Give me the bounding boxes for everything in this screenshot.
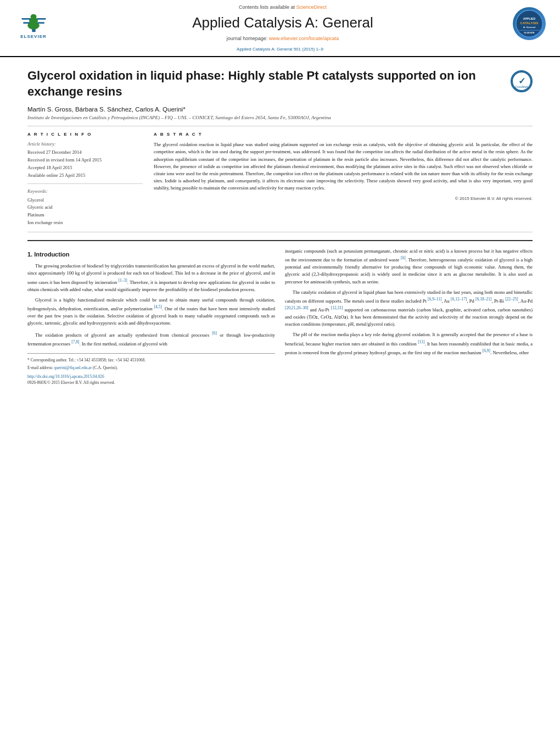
authors: Martín S. Gross, Bárbara S. Sánchez, Car… — [27, 106, 533, 113]
journal-header-top: ELSEVIER Contents lists available at Sci… — [0, 0, 560, 45]
crossmark-badge: ✓ CrossMark — [511, 70, 533, 92]
ref-6-12-17: [6,12–17] — [451, 297, 467, 302]
footer-doi[interactable]: http://dx.doi.org/10.1016/j.apcata.2015.… — [27, 373, 275, 380]
svg-rect-6 — [23, 22, 30, 24]
ref-6-9: [6,9] — [483, 348, 490, 353]
keyword-glyceric-acid: Glyceric acid — [27, 204, 143, 211]
homepage-url[interactable]: www.elsevier.com/locate/apcata — [269, 36, 339, 41]
article-title: Glycerol oxidation in liquid phase: High… — [27, 68, 505, 99]
keyword-glycerol: Glycerol — [27, 197, 143, 204]
title-row: Glycerol oxidation in liquid phase: High… — [27, 68, 533, 106]
catalysis-logo-icon: APPLIED CATALYSIS A: General ELSEVIER — [513, 7, 546, 40]
intro-heading: 1. Introduction — [27, 250, 275, 259]
ref-7-8: [7,8] — [71, 339, 79, 344]
keyword-platinum: Platinum — [27, 211, 143, 219]
main-divider — [27, 240, 533, 241]
elsevier-brand-label: ELSEVIER — [20, 34, 47, 39]
abstract-col: A B S T R A C T The glycerol oxidation r… — [154, 132, 533, 226]
received-revised-date: Received in revised form 14 April 2015 — [27, 157, 143, 164]
svg-text:A: General: A: General — [523, 26, 535, 29]
page-wrapper: ELSEVIER Contents lists available at Sci… — [0, 0, 560, 742]
received-date: Received 27 December 2014 — [27, 149, 143, 156]
intro-para2: Glycerol is a highly functionalized mole… — [27, 297, 275, 327]
ref-1-3: [1–3] — [119, 278, 127, 283]
footnote-email: E-mail address: querini@fiq.unl.edu.ar (… — [27, 365, 275, 371]
ref-11: [11] — [418, 339, 424, 344]
ref-12-31: [12,31] — [331, 305, 343, 310]
affiliation: Instituto de Investigaciones en Catálisi… — [27, 115, 533, 120]
journal-vol-info: Applied Catalysis A: General 501 (2015) … — [0, 45, 560, 52]
svg-rect-7 — [37, 22, 44, 24]
intro-para3: The oxidation products of glycerol are a… — [27, 330, 275, 348]
svg-point-3 — [30, 14, 36, 19]
keyword-ion-exchange: Ion exchange resin — [27, 219, 143, 227]
crossmark-icon: ✓ CrossMark — [512, 71, 531, 91]
abstract-text: The glycerol oxidation reaction in liqui… — [154, 141, 533, 192]
ref-6: [6] — [212, 331, 217, 336]
svg-text:APPLIED: APPLIED — [523, 17, 536, 20]
sciencedirect-link[interactable]: ScienceDirect — [296, 4, 327, 10]
footnote-corresponding: * Corresponding author. Tel.: +54 342 45… — [27, 357, 275, 363]
body-left-col: 1. Introduction The growing production o… — [27, 248, 275, 386]
ref-6b: [6] — [401, 255, 406, 260]
journal-title: Applied Catalysis A: General — [192, 14, 373, 31]
svg-rect-4 — [21, 18, 30, 20]
ref-20-21-26-30: [20,21,26–30] — [285, 305, 309, 310]
svg-text:CATALYSIS: CATALYSIS — [520, 21, 539, 25]
abstract-heading: A B S T R A C T — [154, 132, 533, 137]
ref-6-18-21: [6,18–21] — [475, 297, 491, 302]
keywords-section: Keywords: Glycerol Glyceric acid Platinu… — [27, 188, 143, 226]
body-right-col: inorganic compounds (such as potassium p… — [285, 248, 533, 386]
footnote-section: * Corresponding author. Tel.: +54 342 45… — [27, 353, 275, 386]
intro-para1: The growing production of biodiesel by t… — [27, 263, 275, 293]
accepted-date: Accepted 18 April 2015 — [27, 165, 143, 171]
article-info-col: A R T I C L E I N F O Article history: R… — [27, 132, 143, 226]
svg-text:✓: ✓ — [518, 76, 525, 86]
available-online-date: Available online 25 April 2015 — [27, 172, 143, 179]
right-para2: The catalytic oxidation of glycerol in l… — [285, 289, 533, 328]
elsevier-logo: ELSEVIER — [9, 4, 58, 43]
article-history-label: Article history: — [27, 141, 143, 147]
info-divider — [27, 183, 143, 184]
svg-text:ELSEVIER: ELSEVIER — [524, 31, 534, 34]
elsevier-tree-icon — [19, 8, 49, 33]
body-two-col: 1. Introduction The growing production o… — [27, 248, 533, 386]
catalysis-logo-box: APPLIED CATALYSIS A: General ELSEVIER — [507, 4, 551, 43]
ref-4-5: [4,5] — [154, 304, 162, 309]
article-info-heading: A R T I C L E I N F O — [27, 132, 143, 137]
svg-rect-5 — [37, 18, 46, 20]
footer-copyright: 0926-860X/© 2015 Elsevier B.V. All right… — [27, 380, 275, 386]
contents-available-text: Contents lists available at ScienceDirec… — [239, 4, 327, 10]
journal-homepage: journal homepage: www.elsevier.com/locat… — [227, 36, 339, 41]
keywords-label: Keywords: — [27, 188, 143, 194]
two-col-section: A R T I C L E I N F O Article history: R… — [27, 126, 533, 232]
footnote-email-address[interactable]: querini@fiq.unl.edu.ar — [54, 365, 92, 370]
journal-center-info: Contents lists available at ScienceDirec… — [58, 4, 507, 41]
copyright-line: © 2015 Elsevier B.V. All rights reserved… — [154, 196, 533, 201]
right-para3: The pH of the reaction media plays a key… — [285, 331, 533, 356]
right-para1: inorganic compounds (such as potassium p… — [285, 248, 533, 286]
svg-text:CrossMark: CrossMark — [515, 85, 529, 88]
article-content: Glycerol oxidation in liquid phase: High… — [0, 63, 560, 397]
journal-header: ELSEVIER Contents lists available at Sci… — [0, 0, 560, 57]
ref-22-25: [22–25] — [505, 297, 518, 302]
ref-6-9-11: [6,9–11] — [428, 297, 441, 302]
